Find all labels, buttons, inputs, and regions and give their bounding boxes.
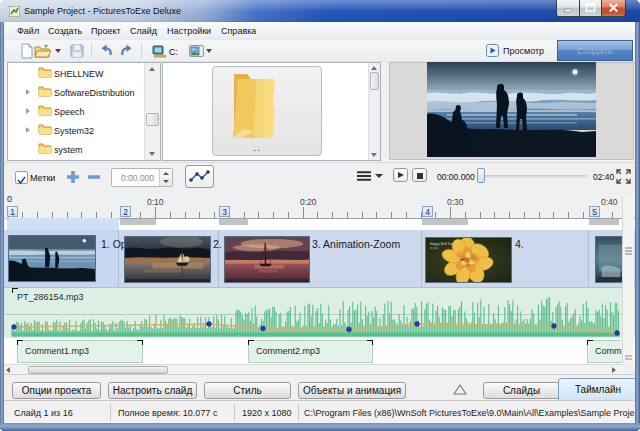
svg-text:to you: to you	[430, 246, 438, 250]
